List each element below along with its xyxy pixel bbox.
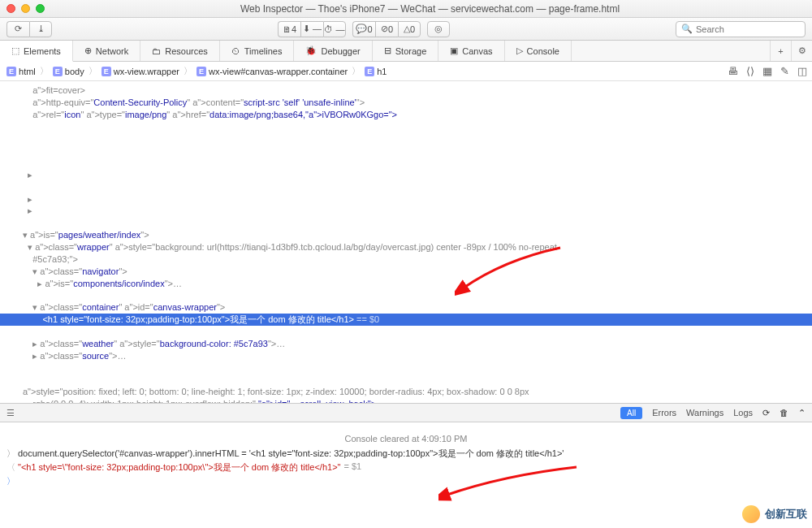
- tab-storage[interactable]: ⊟ Storage: [373, 41, 439, 61]
- tab-resources[interactable]: 🗀 Resources: [140, 41, 220, 61]
- filter-errors[interactable]: Errors: [652, 408, 676, 418]
- toolbar: ⟳ ⤓ 🗎 4 ⬇ — ⏱ — 💬 0 ⊘ 0 △ 0 ◎ 🔍: [0, 18, 812, 41]
- target-button[interactable]: ◎: [427, 21, 450, 37]
- tab-timelines[interactable]: ⏲ Timelines: [220, 41, 295, 61]
- console-input-line: 〉document.querySelector('#canvas-wrapper…: [0, 447, 812, 461]
- dom-line[interactable]: ▸ a</span>">type</span>="<span class="v"…: [0, 193, 812, 206]
- console-toggle-icon[interactable]: ☰: [6, 408, 15, 418]
- breadcrumb-bar: Ehtml〉 Ebody〉 Ewx-view.wrapper〉 Ewx-view…: [0, 62, 812, 81]
- dom-line[interactable]: ▸ a</span>">type</span>="<span class="v"…: [0, 169, 812, 181]
- dom-line[interactable]: ▾ a">class="wrapper" a">style="backgroun…: [0, 241, 812, 253]
- code-icon[interactable]: ⟨⟩: [746, 65, 754, 77]
- dom-line[interactable]: [0, 217, 812, 229]
- trash-icon[interactable]: 🗑: [780, 408, 788, 418]
- tab-canvas[interactable]: ▣ Canvas: [438, 41, 504, 61]
- edit-icon[interactable]: ✎: [780, 65, 789, 77]
- refresh-icon[interactable]: ⟳: [762, 408, 770, 418]
- dom-line[interactable]: ▾ a">is="pages/weather/index">: [0, 229, 812, 241]
- dom-line[interactable]: ▾ a">class="container" a">id="canvas-wra…: [0, 301, 812, 314]
- crumb-h1[interactable]: Eh1: [363, 67, 388, 76]
- filter-warnings[interactable]: Warnings: [686, 408, 723, 418]
- filter-all[interactable]: All: [620, 407, 642, 419]
- dom-line[interactable]: [0, 326, 812, 338]
- search-input[interactable]: [696, 24, 800, 34]
- watermark: 创新互联: [742, 505, 807, 523]
- dom-line-selected[interactable]: <h1 style="font-size: 32px;padding-top:1…: [0, 314, 812, 326]
- dom-line[interactable]: [0, 361, 812, 374]
- crumb-container[interactable]: Ewx-view#canvas-wrapper.container: [195, 67, 349, 76]
- crumb-wrapper[interactable]: Ewx-view.wrapper: [100, 67, 181, 76]
- close-icon[interactable]: [6, 4, 15, 13]
- tabs-count-button[interactable]: 🗎 4: [278, 21, 300, 37]
- error-count[interactable]: ⊘ 0: [375, 21, 398, 37]
- tab-console[interactable]: ▷ Console: [505, 41, 572, 61]
- collapse-icon[interactable]: ⌃: [798, 408, 806, 418]
- dom-line[interactable]: a">fit=cover>: [0, 84, 812, 97]
- dom-line[interactable]: a</span>">type</span>="<span class="v">t…: [0, 157, 812, 169]
- dom-line[interactable]: a</span>">type</span>="<span class="v">t…: [0, 132, 812, 145]
- add-tab-button[interactable]: +: [770, 41, 791, 61]
- search-icon: 🔍: [681, 24, 693, 34]
- minimize-icon[interactable]: [21, 4, 30, 13]
- tab-network[interactable]: ⊕ Network: [73, 41, 140, 61]
- warn-count[interactable]: △ 0: [398, 21, 421, 37]
- console-filter-bar: ☰ All Errors Warnings Logs ⟳ 🗑 ⌃: [0, 403, 812, 422]
- dom-line[interactable]: #5c7a93;">: [0, 253, 812, 266]
- dom-line[interactable]: a">http-equiv="Content-Security-Policy" …: [0, 97, 812, 109]
- download-button[interactable]: ⤓: [29, 21, 52, 37]
- dom-line[interactable]: a">style="position: fixed; left: 0; bott…: [0, 374, 812, 398]
- dom-line[interactable]: ▸ a</span>">type</span>="<span class="v"…: [0, 205, 812, 217]
- grid-icon[interactable]: ▦: [762, 65, 772, 77]
- dl-indicator[interactable]: ⬇ —: [300, 21, 323, 37]
- tab-debugger[interactable]: 🐞 Debugger: [294, 41, 372, 61]
- tab-elements[interactable]: ⬚ Elements: [0, 41, 73, 62]
- print-icon[interactable]: 🖶: [728, 65, 738, 77]
- chat-count[interactable]: 💬 0: [352, 21, 375, 37]
- reload-button[interactable]: ⟳: [6, 21, 29, 37]
- dom-line[interactable]: a</span>">type</span>="<span class="v">t…: [0, 121, 812, 133]
- dom-line[interactable]: [0, 289, 812, 301]
- dom-line[interactable]: a">rel="icon" a">type="image/png" a">hre…: [0, 109, 812, 121]
- search-field[interactable]: 🔍: [676, 21, 806, 37]
- settings-icon[interactable]: ⚙: [791, 41, 812, 61]
- console-cleared-note: Console cleared at 4:09:10 PM: [0, 426, 812, 447]
- crumb-html[interactable]: Ehtml: [5, 67, 37, 76]
- zoom-icon[interactable]: [36, 4, 45, 13]
- crumb-body[interactable]: Ebody: [51, 67, 86, 76]
- console-output-line: 〈"<h1 style=\"font-size: 32px;padding-to…: [0, 461, 812, 474]
- window-controls: [6, 4, 45, 13]
- dom-line[interactable]: ▸ a">class="weather" a">style="backgroun…: [0, 338, 812, 350]
- dom-line[interactable]: [0, 181, 812, 193]
- dom-line[interactable]: ▸ a">is="components/icon/index">…: [0, 278, 812, 290]
- dom-line[interactable]: a</span>">type</span>="<span class="v">t…: [0, 145, 812, 157]
- tab-bar: ⬚ Elements ⊕ Network 🗀 Resources ⏲ Timel…: [0, 41, 812, 62]
- watermark-logo-icon: [742, 505, 760, 523]
- panel-toggle-icon[interactable]: ◫: [797, 65, 807, 77]
- watermark-text: 创新互联: [765, 507, 807, 522]
- window-title: Web Inspector — Thoe's iPhone7 — WeChat …: [54, 3, 806, 15]
- titlebar: Web Inspector — Thoe's iPhone7 — WeChat …: [0, 0, 812, 18]
- console-prompt[interactable]: 〉: [0, 474, 812, 488]
- time-indicator[interactable]: ⏱ —: [323, 21, 346, 37]
- dom-tree[interactable]: a">fit=cover> a">http-equiv="Content-Sec…: [0, 81, 812, 403]
- filter-logs[interactable]: Logs: [733, 408, 753, 418]
- dom-line[interactable]: ▾ a">class="navigator">: [0, 266, 812, 278]
- console-pane[interactable]: Console cleared at 4:09:10 PM 〉document.…: [0, 422, 812, 528]
- dom-line[interactable]: ▸ a">class="source">…: [0, 350, 812, 362]
